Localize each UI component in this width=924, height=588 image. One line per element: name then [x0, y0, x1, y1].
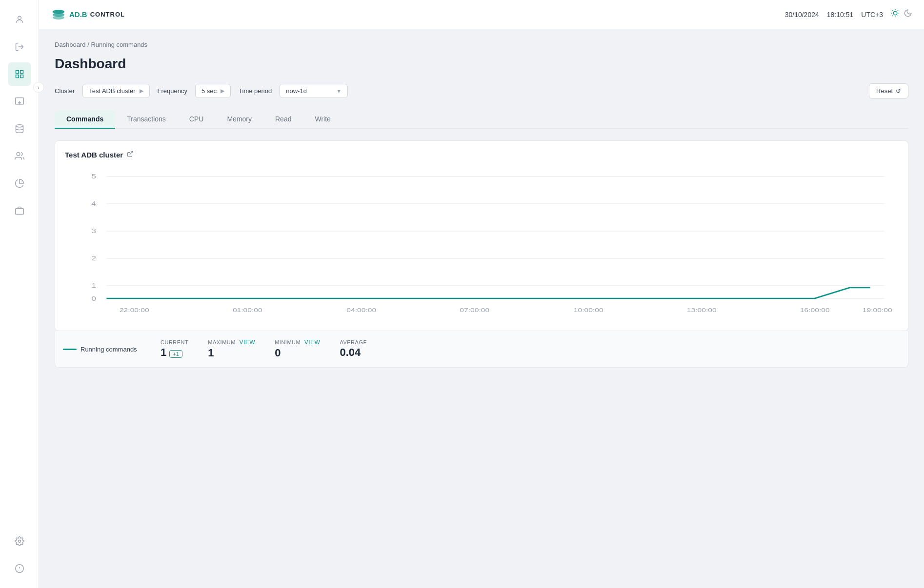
- svg-text:19:00:00: 19:00:00: [863, 307, 892, 313]
- time-period-select[interactable]: now-1d ▼: [280, 84, 348, 98]
- stats-row: Running commands Current 1 +1 Maximum Vi…: [55, 331, 908, 368]
- logo-ad: AD.B: [69, 10, 87, 19]
- svg-rect-4: [16, 75, 19, 78]
- svg-point-8: [16, 125, 23, 127]
- sidebar-item-reports[interactable]: [8, 172, 31, 195]
- sidebar-item-user[interactable]: [8, 8, 31, 31]
- svg-text:4: 4: [92, 200, 97, 207]
- legend-label: Running commands: [80, 346, 137, 353]
- svg-line-27: [130, 152, 133, 155]
- maximum-label: Maximum View: [208, 339, 255, 346]
- breadcrumb: Dashboard / Running commands: [55, 41, 908, 48]
- svg-line-22: [898, 16, 898, 16]
- breadcrumb-current: Running commands: [91, 41, 147, 48]
- controls-row: Cluster Test ADB cluster ▶ Frequency 5 s…: [55, 83, 908, 98]
- cluster-value: Test ADB cluster: [89, 87, 135, 95]
- theme-light-button[interactable]: [891, 9, 900, 20]
- chart-container: Test ADB cluster: [55, 140, 908, 331]
- external-link-icon[interactable]: [127, 151, 134, 159]
- time-period-label: Time period: [239, 87, 272, 95]
- svg-rect-5: [20, 75, 23, 78]
- current-badge: +1: [169, 350, 182, 358]
- frequency-select[interactable]: 5 sec ▶: [195, 84, 231, 98]
- tabs: Commands Transactions CPU Memory Read Wr…: [55, 110, 908, 129]
- chart-title: Test ADB cluster: [65, 151, 898, 159]
- sidebar-item-users[interactable]: [8, 144, 31, 168]
- svg-text:07:00:00: 07:00:00: [460, 307, 489, 313]
- tab-commands[interactable]: Commands: [55, 110, 115, 129]
- average-label: Average: [340, 339, 367, 345]
- sidebar-item-info[interactable]: [8, 557, 31, 580]
- current-label: Current: [161, 339, 188, 345]
- svg-text:22:00:00: 22:00:00: [120, 307, 149, 313]
- current-value: 1: [161, 346, 166, 359]
- cluster-select[interactable]: Test ADB cluster ▶: [82, 84, 149, 98]
- svg-line-21: [892, 10, 893, 11]
- chart-area: 0 1 2 3 4 5 22:00:00 01:00:00 04:00:00 0…: [65, 167, 898, 323]
- stat-minimum: Minimum View 0: [275, 339, 320, 359]
- svg-point-18: [893, 11, 897, 15]
- svg-text:1: 1: [92, 282, 97, 289]
- main-content: AD.B CONTROL 30/10/2024 18:10:51 UTC+3: [39, 0, 924, 588]
- svg-point-9: [17, 153, 20, 156]
- frequency-value: 5 sec: [201, 87, 217, 95]
- tab-transactions[interactable]: Transactions: [115, 110, 178, 129]
- time-period-value: now-1d: [286, 87, 307, 95]
- time-period-arrow-icon: ▼: [336, 88, 341, 94]
- svg-line-25: [892, 16, 893, 16]
- svg-text:3: 3: [92, 228, 97, 234]
- header-time: 18:10:51: [827, 11, 854, 19]
- tab-cpu[interactable]: CPU: [178, 110, 216, 129]
- svg-text:04:00:00: 04:00:00: [346, 307, 376, 313]
- svg-line-26: [898, 10, 898, 11]
- stat-maximum: Maximum View 1: [208, 339, 255, 359]
- legend-item: Running commands: [63, 346, 141, 353]
- svg-text:0: 0: [92, 295, 97, 302]
- breadcrumb-home[interactable]: Dashboard: [55, 41, 86, 48]
- stat-current: Current 1 +1: [161, 339, 188, 359]
- svg-point-0: [18, 16, 21, 20]
- sidebar-item-analytics[interactable]: [8, 90, 31, 113]
- breadcrumb-separator: /: [87, 41, 89, 48]
- page-title: Dashboard: [55, 56, 908, 72]
- svg-rect-2: [16, 71, 19, 74]
- minimum-view-link[interactable]: View: [304, 339, 321, 346]
- svg-point-17: [53, 16, 64, 20]
- svg-text:10:00:00: 10:00:00: [574, 307, 603, 313]
- svg-text:2: 2: [92, 255, 97, 261]
- sidebar-item-settings[interactable]: [8, 529, 31, 553]
- cluster-label: Cluster: [55, 87, 75, 95]
- svg-text:5: 5: [92, 173, 97, 179]
- svg-text:16:00:00: 16:00:00: [800, 307, 830, 313]
- maximum-view-link[interactable]: View: [240, 339, 256, 346]
- tab-write[interactable]: Write: [303, 110, 342, 129]
- cluster-arrow-icon: ▶: [140, 88, 143, 94]
- svg-rect-3: [20, 71, 23, 74]
- svg-rect-10: [15, 209, 23, 215]
- header-actions: [891, 9, 912, 20]
- average-value: 0.04: [340, 346, 361, 359]
- header: AD.B CONTROL 30/10/2024 18:10:51 UTC+3: [39, 0, 924, 29]
- content-area: Dashboard / Running commands Dashboard C…: [39, 29, 924, 588]
- tab-read[interactable]: Read: [263, 110, 303, 129]
- minimum-label: Minimum View: [275, 339, 320, 346]
- theme-dark-button[interactable]: [904, 9, 912, 20]
- stat-average: Average 0.04: [340, 339, 367, 359]
- sidebar-item-logout[interactable]: [8, 35, 31, 59]
- header-info: 30/10/2024 18:10:51 UTC+3: [785, 11, 883, 19]
- sidebar-item-jobs[interactable]: [8, 199, 31, 222]
- tab-memory[interactable]: Memory: [215, 110, 263, 129]
- logo: AD.B CONTROL: [51, 7, 125, 22]
- chart-cluster-name: Test ADB cluster: [65, 151, 123, 159]
- sidebar-item-dashboard[interactable]: [8, 62, 31, 86]
- header-date: 30/10/2024: [785, 11, 819, 19]
- svg-point-11: [18, 540, 20, 543]
- header-timezone: UTC+3: [861, 11, 883, 19]
- sidebar-item-database[interactable]: [8, 117, 31, 140]
- svg-text:13:00:00: 13:00:00: [687, 307, 717, 313]
- frequency-label: Frequency: [158, 87, 187, 95]
- minimum-value: 0: [275, 347, 281, 359]
- reset-button[interactable]: Reset ↺: [869, 83, 908, 98]
- reset-icon: ↺: [896, 87, 901, 95]
- logo-control: CONTROL: [90, 11, 125, 18]
